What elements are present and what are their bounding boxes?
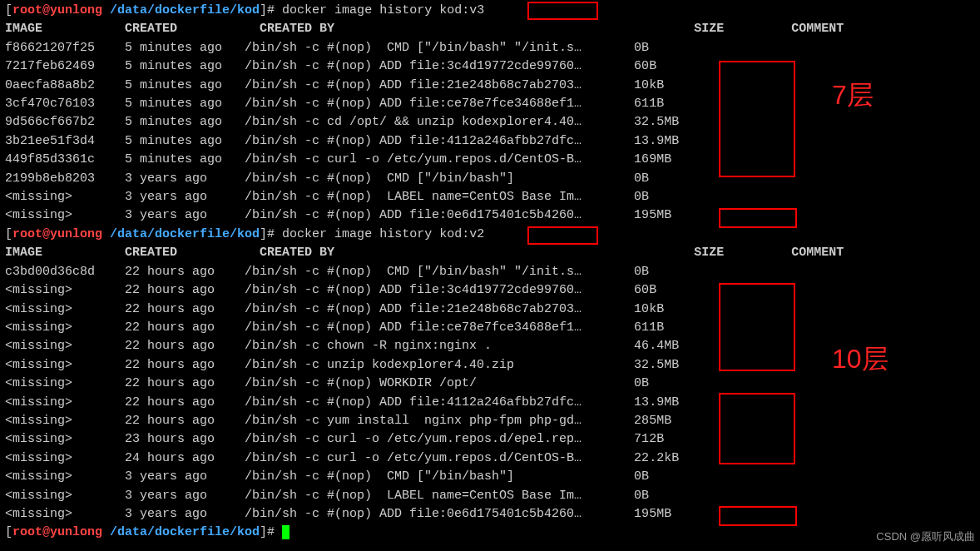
table-row: <missing> 22 hours ago /bin/sh -c #(nop)…: [5, 320, 664, 335]
table-row: c3bd00d36c8d 22 hours ago /bin/sh -c #(n…: [5, 265, 649, 279]
prompt-path: /data/dockerfile/kod: [102, 227, 260, 241]
table-row: <missing> 3 years ago /bin/sh -c #(nop) …: [5, 469, 649, 484]
table-row: 0aecfa88a8b2 5 minutes ago /bin/sh -c #(…: [5, 78, 664, 92]
table-row: <missing> 23 hours ago /bin/sh -c curl -…: [5, 432, 664, 446]
table-row: 449f85d3361c 5 minutes ago /bin/sh -c cu…: [5, 152, 671, 166]
table-row: <missing> 22 hours ago /bin/sh -c #(nop)…: [5, 302, 664, 316]
table-row: <missing> 22 hours ago /bin/sh -c #(nop)…: [5, 376, 649, 390]
table-row: <missing> 3 years ago /bin/sh -c #(nop) …: [5, 507, 671, 521]
prompt-path: /data/dockerfile/kod: [102, 3, 260, 17]
prompt-path: /data/dockerfile/kod: [102, 525, 260, 539]
table-row: f86621207f25 5 minutes ago /bin/sh -c #(…: [5, 41, 649, 55]
table-row: <missing> 24 hours ago /bin/sh -c curl -…: [5, 451, 679, 465]
table-header: IMAGE CREATED CREATED BY SIZE COMMENT: [5, 246, 844, 260]
csdn-watermark: CSDN @愿听风成曲: [876, 528, 975, 546]
table-row: <missing> 22 hours ago /bin/sh -c unzip …: [5, 358, 679, 372]
table-row: 9d566cf667b2 5 minutes ago /bin/sh -c cd…: [5, 115, 679, 129]
table-header: IMAGE CREATED CREATED BY SIZE COMMENT: [5, 22, 844, 36]
command-text: docker image history kod:v2: [282, 227, 484, 241]
table-row: <missing> 22 hours ago /bin/sh -c yum in…: [5, 414, 671, 428]
table-row: <missing> 22 hours ago /bin/sh -c #(nop)…: [5, 395, 679, 410]
table-row: 3b21ee51f3d4 5 minutes ago /bin/sh -c #(…: [5, 134, 679, 148]
table-row: <missing> 22 hours ago /bin/sh -c chown …: [5, 339, 679, 353]
prompt-user: root@yunlong: [12, 3, 102, 17]
table-row: <missing> 3 years ago /bin/sh -c #(nop) …: [5, 190, 649, 204]
terminal-output: [root@yunlong /data/dockerfile/kod]# doc…: [5, 2, 975, 543]
command-text: docker image history kod:v3: [282, 3, 484, 17]
table-row: <missing> 3 years ago /bin/sh -c #(nop) …: [5, 489, 649, 503]
annotation-10-layers: 10层: [832, 350, 888, 368]
table-row: 3cf470c76103 5 minutes ago /bin/sh -c #(…: [5, 97, 664, 111]
prompt-user: root@yunlong: [12, 227, 102, 241]
annotation-7-layers: 7层: [832, 86, 874, 104]
cursor[interactable]: [282, 525, 290, 539]
table-row: <missing> 22 hours ago /bin/sh -c #(nop)…: [5, 283, 656, 297]
prompt-user: root@yunlong: [12, 525, 102, 539]
table-row: <missing> 3 years ago /bin/sh -c #(nop) …: [5, 208, 671, 222]
table-row: 2199b8eb8203 3 years ago /bin/sh -c #(no…: [5, 171, 649, 186]
table-row: 7217feb62469 5 minutes ago /bin/sh -c #(…: [5, 59, 656, 73]
